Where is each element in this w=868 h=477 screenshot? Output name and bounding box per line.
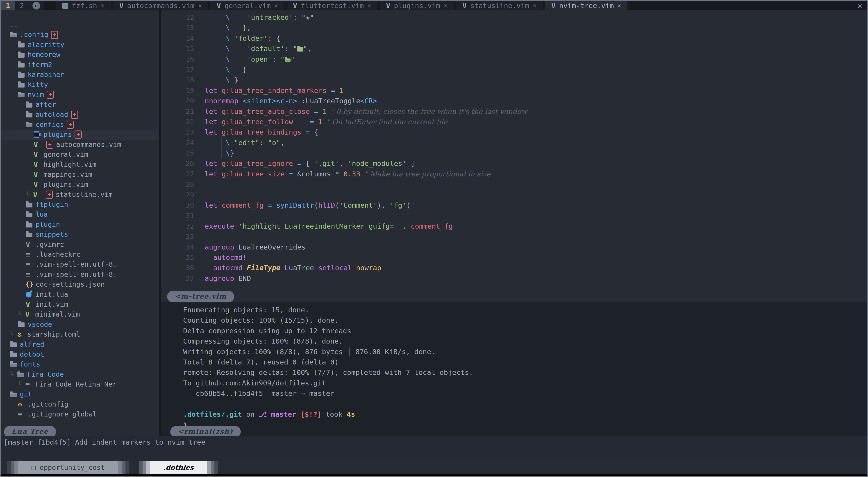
tree-item-.gvimrc[interactable]: V.gvimrc xyxy=(1,240,159,249)
tree-item-karabiner[interactable]: karabiner xyxy=(1,70,159,80)
tree-item-autocommands.vim[interactable]: V+autocommands.vim xyxy=(1,140,159,149)
code-token: : " xyxy=(285,44,297,53)
tab-fzf.sh[interactable]: ›fzf.sh× xyxy=(56,1,111,10)
indent-guide xyxy=(10,319,18,330)
vim-icon: V xyxy=(386,2,390,10)
code-text: \ 'folder': { xyxy=(199,33,280,43)
tab-plugins.vim[interactable]: Vplugins.vim× xyxy=(380,1,454,10)
tree-item-plugins.vim[interactable]: Vplugins.vim xyxy=(1,179,159,190)
indent-guide xyxy=(10,40,18,50)
tab-close-icon[interactable]: × xyxy=(101,2,104,9)
folder-icon xyxy=(26,213,32,217)
tab-close-icon[interactable]: × xyxy=(198,2,202,9)
tree-item-coc-settings.json[interactable]: {}coc-settings.json xyxy=(1,279,159,289)
tree-item-plugins[interactable]: plugins+ xyxy=(1,130,159,139)
tree-item-plugin[interactable]: plugin xyxy=(1,219,159,230)
indent-guide xyxy=(10,249,18,260)
tree-item-label: configs xyxy=(36,120,64,130)
tab-number-1[interactable]: 1 xyxy=(1,1,15,10)
code-token: autocmd xyxy=(213,253,243,262)
indent-guide xyxy=(18,230,26,239)
tmux-window-dotfiles[interactable]: .dotfiles xyxy=(139,461,218,474)
tab-close-icon[interactable]: × xyxy=(367,2,371,9)
tree-item-fonts[interactable]: fonts xyxy=(1,359,159,369)
editor-pane[interactable]: 12 \ 'untracked': "★"13 \ },14 \ 'folder… xyxy=(161,10,867,302)
code-token: }, xyxy=(230,24,251,32)
tree-item-.luacheckrc[interactable]: ≡.luacheckrc xyxy=(1,249,159,260)
tree-item-label: iterm2 xyxy=(28,60,52,70)
tab-statusline.vim[interactable]: Vstatusline.vim× xyxy=(456,1,543,10)
tree-item-dotbot[interactable]: dotbot xyxy=(1,349,159,359)
tree-item-after[interactable]: after xyxy=(1,100,159,110)
code-text xyxy=(199,179,205,190)
tree-item-ftplugin[interactable]: ftplugin xyxy=(1,200,159,209)
tree-item-alfred[interactable]: alfred xyxy=(1,340,159,349)
tree-item-minimal.vim[interactable]: └Vminimal.vim xyxy=(1,309,159,319)
indent-guide xyxy=(10,300,18,309)
tree-item-general.vim[interactable]: Vgeneral.vim xyxy=(1,149,159,160)
code-line: 29 xyxy=(161,190,867,200)
tree-item-git[interactable]: git xyxy=(1,389,159,399)
tree-item-configs[interactable]: configs+ xyxy=(1,120,159,130)
tab-fluttertest.vim[interactable]: Vfluttertest.vim× xyxy=(287,1,378,10)
code-line: 35 autocmd! xyxy=(161,252,867,263)
folder-icon xyxy=(18,42,28,47)
tree-item-init.lua[interactable]: init.lua xyxy=(1,289,159,300)
tree-item-label: autocommands.vim xyxy=(56,140,121,149)
tree-item-.gitconfig[interactable]: ⚙.gitconfig xyxy=(1,399,159,409)
tree-item-Fira Code[interactable]: └Fira Code xyxy=(1,370,159,379)
close-all-icon[interactable]: ✕ xyxy=(858,1,862,10)
code-token xyxy=(293,118,310,126)
tree-item-.config[interactable]: .config+ xyxy=(1,30,159,40)
gradient-stripe xyxy=(207,461,211,474)
pane-separator[interactable] xyxy=(159,10,161,436)
folder-icon xyxy=(18,52,28,58)
tree-item-iterm2[interactable]: iterm2 xyxy=(1,60,159,70)
tab-close-icon[interactable]: × xyxy=(444,2,447,9)
indent-guide xyxy=(217,12,217,23)
tree-item-nvim[interactable]: nvim+ xyxy=(1,90,159,100)
tree-item-autoload[interactable]: autoload+ xyxy=(1,110,159,120)
history-back-button[interactable]: ← xyxy=(29,1,44,10)
tab-general.vim[interactable]: Vgeneral.vim× xyxy=(210,1,284,10)
folder-icon xyxy=(18,53,25,58)
indent-guide xyxy=(10,190,18,200)
tree-item-highlight.vim[interactable]: Vhighlight.vim xyxy=(1,160,159,169)
tree-item-mappings.vim[interactable]: Vmappings.vim xyxy=(1,170,159,179)
terminal-pane[interactable]: Enumerating objects: 15, done.Counting o… xyxy=(161,302,867,436)
tree-item-kitty[interactable]: kitty xyxy=(1,80,159,90)
indent-guide xyxy=(10,379,18,389)
tree-item-.vim-spell-en.utf-8.[interactable]: ≡.vim-spell-en.utf-8. xyxy=(1,270,159,279)
tab-close-icon[interactable]: × xyxy=(533,2,536,9)
tab-autocommands.vim[interactable]: Vautocommands.vim× xyxy=(113,1,208,10)
code-text: \ }, xyxy=(199,23,251,33)
vim-grey-icon: V xyxy=(26,240,36,249)
tree-item-statusline.vim[interactable]: └V+statusline.vim xyxy=(1,190,159,200)
indent-guide xyxy=(18,179,26,190)
tree-item-label: minimal.vim xyxy=(35,309,80,319)
tree-item-vscode[interactable]: vscode xyxy=(1,319,159,330)
tree-item-alacritty[interactable]: alacritty xyxy=(1,40,159,50)
tree-item-init.vim[interactable]: Vinit.vim xyxy=(1,300,159,309)
tree-item-lua[interactable]: lua xyxy=(1,209,159,219)
tree-item-.vim-spell-en.utf-8.[interactable]: ≡.vim-spell-en.utf-8. xyxy=(1,260,159,269)
code-token: <silent><c-n> xyxy=(243,97,297,105)
folder-open-icon xyxy=(10,392,20,397)
tab-number-2[interactable]: 2 xyxy=(15,1,29,10)
tree-item-Fira Code Retina Ner[interactable]: └≡Fira Code Retina Ner xyxy=(1,379,159,389)
tree-item-.gitignore_global[interactable]: ≡.gitignore_global xyxy=(1,409,159,419)
tab-close-icon[interactable]: × xyxy=(617,2,621,9)
code-token: = xyxy=(297,159,302,167)
tree-item-starship.toml[interactable]: └⚙starship.toml xyxy=(1,330,159,339)
folder-icon xyxy=(26,223,32,228)
tab-close-icon[interactable]: × xyxy=(274,2,278,9)
tmux-window-opportunity-cost[interactable]: □ opportunity_cost xyxy=(7,461,129,474)
tab-nvim-tree.vim[interactable]: Vnvim-tree.vim× xyxy=(545,1,627,10)
folder-open-icon xyxy=(26,123,32,127)
tree-item-..[interactable]: .. xyxy=(1,20,159,30)
tree-item-snippets[interactable]: snippets xyxy=(1,230,159,239)
folder-icon xyxy=(18,321,28,327)
file-tree-panel[interactable]: ...config+alacrittyhomebrewiterm2karabin… xyxy=(1,10,159,436)
code-token: ), xyxy=(377,201,390,209)
tree-item-homebrew[interactable]: homebrew xyxy=(1,50,159,60)
